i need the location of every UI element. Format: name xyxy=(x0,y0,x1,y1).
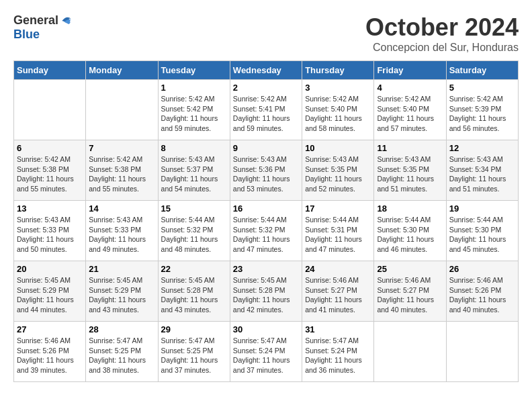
day-number: 26 xyxy=(449,264,515,274)
day-info: Sunrise: 5:44 AM Sunset: 5:32 PM Dayligh… xyxy=(233,215,299,255)
day-info: Sunrise: 5:44 AM Sunset: 5:30 PM Dayligh… xyxy=(377,215,443,255)
calendar-cell: 10Sunrise: 5:43 AM Sunset: 5:35 PM Dayli… xyxy=(302,140,374,201)
day-number: 22 xyxy=(161,264,227,274)
calendar-cell: 12Sunrise: 5:43 AM Sunset: 5:34 PM Dayli… xyxy=(446,140,518,201)
calendar-cell: 24Sunrise: 5:46 AM Sunset: 5:27 PM Dayli… xyxy=(302,261,374,322)
day-info: Sunrise: 5:47 AM Sunset: 5:25 PM Dayligh… xyxy=(161,336,227,375)
calendar-day-header: Wednesday xyxy=(230,61,302,80)
day-info: Sunrise: 5:45 AM Sunset: 5:29 PM Dayligh… xyxy=(89,275,154,315)
calendar-cell: 2Sunrise: 5:42 AM Sunset: 5:41 PM Daylig… xyxy=(230,80,302,140)
calendar-cell: 1Sunrise: 5:42 AM Sunset: 5:42 PM Daylig… xyxy=(158,80,230,140)
day-info: Sunrise: 5:46 AM Sunset: 5:27 PM Dayligh… xyxy=(305,275,371,315)
day-info: Sunrise: 5:45 AM Sunset: 5:29 PM Dayligh… xyxy=(17,275,83,315)
day-number: 20 xyxy=(17,264,83,274)
calendar-day-header: Friday xyxy=(374,61,446,80)
day-number: 28 xyxy=(89,324,154,334)
calendar-cell: 28Sunrise: 5:47 AM Sunset: 5:25 PM Dayli… xyxy=(86,322,158,382)
day-info: Sunrise: 5:47 AM Sunset: 5:24 PM Dayligh… xyxy=(233,336,299,375)
calendar-week-row: 1Sunrise: 5:42 AM Sunset: 5:42 PM Daylig… xyxy=(14,80,519,140)
day-info: Sunrise: 5:43 AM Sunset: 5:33 PM Dayligh… xyxy=(17,215,83,255)
logo-icon xyxy=(60,14,73,28)
page-header: General Blue October 2024 Concepcion del… xyxy=(13,13,519,54)
day-number: 3 xyxy=(305,83,371,93)
logo: General Blue xyxy=(13,13,73,42)
calendar-cell: 11Sunrise: 5:43 AM Sunset: 5:35 PM Dayli… xyxy=(374,140,446,201)
day-info: Sunrise: 5:44 AM Sunset: 5:30 PM Dayligh… xyxy=(449,215,515,255)
day-number: 11 xyxy=(377,143,443,153)
title-section: October 2024 Concepcion del Sur, Hondura… xyxy=(365,13,519,54)
calendar-cell: 21Sunrise: 5:45 AM Sunset: 5:29 PM Dayli… xyxy=(86,261,158,322)
day-info: Sunrise: 5:45 AM Sunset: 5:28 PM Dayligh… xyxy=(161,275,227,315)
day-number: 21 xyxy=(89,264,154,274)
day-info: Sunrise: 5:42 AM Sunset: 5:40 PM Dayligh… xyxy=(305,94,371,134)
calendar-cell: 6Sunrise: 5:42 AM Sunset: 5:38 PM Daylig… xyxy=(14,140,86,201)
calendar-cell: 17Sunrise: 5:44 AM Sunset: 5:31 PM Dayli… xyxy=(302,201,374,261)
day-number: 19 xyxy=(449,203,515,214)
day-info: Sunrise: 5:46 AM Sunset: 5:26 PM Dayligh… xyxy=(449,275,515,315)
day-info: Sunrise: 5:43 AM Sunset: 5:35 PM Dayligh… xyxy=(377,154,443,194)
day-info: Sunrise: 5:43 AM Sunset: 5:36 PM Dayligh… xyxy=(233,154,299,194)
location-title: Concepcion del Sur, Honduras xyxy=(365,42,519,54)
day-info: Sunrise: 5:47 AM Sunset: 5:25 PM Dayligh… xyxy=(89,336,154,375)
calendar-cell: 16Sunrise: 5:44 AM Sunset: 5:32 PM Dayli… xyxy=(230,201,302,261)
day-info: Sunrise: 5:44 AM Sunset: 5:31 PM Dayligh… xyxy=(305,215,371,255)
day-info: Sunrise: 5:42 AM Sunset: 5:39 PM Dayligh… xyxy=(449,94,515,134)
calendar-cell: 8Sunrise: 5:43 AM Sunset: 5:37 PM Daylig… xyxy=(158,140,230,201)
calendar-cell: 15Sunrise: 5:44 AM Sunset: 5:32 PM Dayli… xyxy=(158,201,230,261)
day-number: 9 xyxy=(233,143,299,153)
day-info: Sunrise: 5:43 AM Sunset: 5:34 PM Dayligh… xyxy=(449,154,515,194)
calendar-cell: 27Sunrise: 5:46 AM Sunset: 5:26 PM Dayli… xyxy=(14,322,86,382)
day-number: 1 xyxy=(161,83,227,93)
day-number: 25 xyxy=(377,264,443,274)
day-info: Sunrise: 5:46 AM Sunset: 5:27 PM Dayligh… xyxy=(377,275,443,315)
calendar-cell xyxy=(14,80,86,140)
day-number: 6 xyxy=(17,143,83,153)
calendar-table: SundayMondayTuesdayWednesdayThursdayFrid… xyxy=(13,60,519,382)
day-info: Sunrise: 5:44 AM Sunset: 5:32 PM Dayligh… xyxy=(161,215,227,255)
calendar-cell: 9Sunrise: 5:43 AM Sunset: 5:36 PM Daylig… xyxy=(230,140,302,201)
day-number: 13 xyxy=(17,203,83,214)
calendar-cell: 14Sunrise: 5:43 AM Sunset: 5:33 PM Dayli… xyxy=(86,201,158,261)
logo-general-text: General xyxy=(13,13,58,28)
day-info: Sunrise: 5:43 AM Sunset: 5:37 PM Dayligh… xyxy=(161,154,227,194)
calendar-cell: 31Sunrise: 5:47 AM Sunset: 5:24 PM Dayli… xyxy=(302,322,374,382)
day-info: Sunrise: 5:42 AM Sunset: 5:38 PM Dayligh… xyxy=(89,154,154,194)
calendar-day-header: Thursday xyxy=(302,61,374,80)
day-number: 7 xyxy=(89,143,154,153)
calendar-cell: 20Sunrise: 5:45 AM Sunset: 5:29 PM Dayli… xyxy=(14,261,86,322)
day-number: 15 xyxy=(161,203,227,214)
day-number: 16 xyxy=(233,203,299,214)
day-number: 14 xyxy=(89,203,154,214)
day-number: 12 xyxy=(449,143,515,153)
day-info: Sunrise: 5:43 AM Sunset: 5:33 PM Dayligh… xyxy=(89,215,154,255)
calendar-week-row: 13Sunrise: 5:43 AM Sunset: 5:33 PM Dayli… xyxy=(14,201,519,261)
day-number: 30 xyxy=(233,324,299,334)
day-number: 18 xyxy=(377,203,443,214)
day-number: 17 xyxy=(305,203,371,214)
day-number: 5 xyxy=(449,83,515,93)
calendar-week-row: 27Sunrise: 5:46 AM Sunset: 5:26 PM Dayli… xyxy=(14,322,519,382)
calendar-cell: 22Sunrise: 5:45 AM Sunset: 5:28 PM Dayli… xyxy=(158,261,230,322)
day-info: Sunrise: 5:46 AM Sunset: 5:26 PM Dayligh… xyxy=(17,336,83,375)
day-number: 31 xyxy=(305,324,371,334)
calendar-header-row: SundayMondayTuesdayWednesdayThursdayFrid… xyxy=(14,61,519,80)
month-title: October 2024 xyxy=(365,13,519,42)
day-number: 23 xyxy=(233,264,299,274)
calendar-cell: 13Sunrise: 5:43 AM Sunset: 5:33 PM Dayli… xyxy=(14,201,86,261)
calendar-cell: 3Sunrise: 5:42 AM Sunset: 5:40 PM Daylig… xyxy=(302,80,374,140)
day-info: Sunrise: 5:42 AM Sunset: 5:38 PM Dayligh… xyxy=(17,154,83,194)
calendar-cell: 23Sunrise: 5:45 AM Sunset: 5:28 PM Dayli… xyxy=(230,261,302,322)
day-info: Sunrise: 5:42 AM Sunset: 5:41 PM Dayligh… xyxy=(233,94,299,134)
calendar-cell xyxy=(374,322,446,382)
calendar-day-header: Tuesday xyxy=(158,61,230,80)
calendar-cell xyxy=(446,322,518,382)
day-number: 29 xyxy=(161,324,227,334)
calendar-cell: 26Sunrise: 5:46 AM Sunset: 5:26 PM Dayli… xyxy=(446,261,518,322)
day-info: Sunrise: 5:45 AM Sunset: 5:28 PM Dayligh… xyxy=(233,275,299,315)
day-info: Sunrise: 5:42 AM Sunset: 5:42 PM Dayligh… xyxy=(161,94,227,134)
calendar-cell: 5Sunrise: 5:42 AM Sunset: 5:39 PM Daylig… xyxy=(446,80,518,140)
day-number: 27 xyxy=(17,324,83,334)
day-number: 8 xyxy=(161,143,227,153)
calendar-day-header: Saturday xyxy=(446,61,518,80)
day-number: 2 xyxy=(233,83,299,93)
